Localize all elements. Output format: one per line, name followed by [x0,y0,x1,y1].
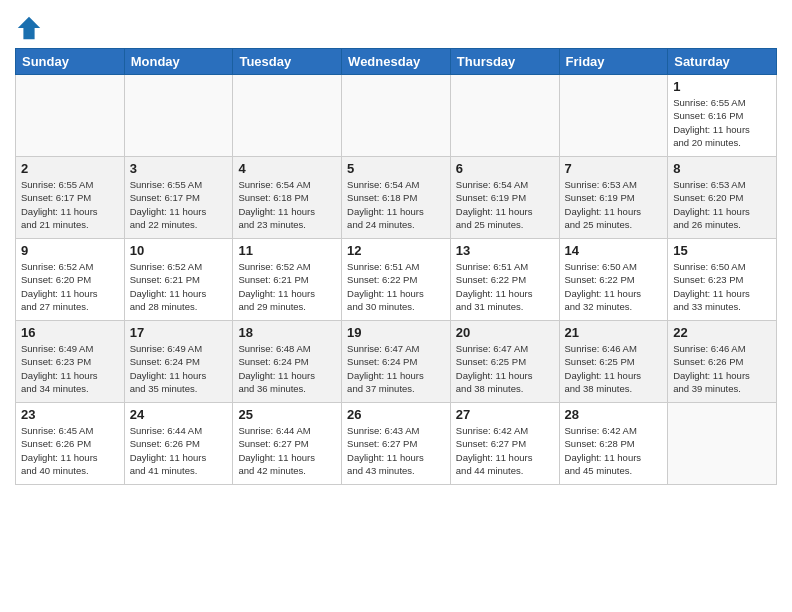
day-header-friday: Friday [559,49,668,75]
calendar-cell: 5Sunrise: 6:54 AM Sunset: 6:18 PM Daylig… [342,157,451,239]
day-info: Sunrise: 6:52 AM Sunset: 6:21 PM Dayligh… [238,260,336,313]
day-number: 18 [238,325,336,340]
day-number: 26 [347,407,445,422]
day-number: 17 [130,325,228,340]
svg-marker-0 [18,17,40,39]
calendar-cell: 19Sunrise: 6:47 AM Sunset: 6:24 PM Dayli… [342,321,451,403]
day-info: Sunrise: 6:46 AM Sunset: 6:25 PM Dayligh… [565,342,663,395]
day-number: 4 [238,161,336,176]
day-info: Sunrise: 6:53 AM Sunset: 6:20 PM Dayligh… [673,178,771,231]
calendar-cell: 28Sunrise: 6:42 AM Sunset: 6:28 PM Dayli… [559,403,668,485]
page: SundayMondayTuesdayWednesdayThursdayFrid… [0,0,792,495]
day-info: Sunrise: 6:55 AM Sunset: 6:17 PM Dayligh… [21,178,119,231]
day-info: Sunrise: 6:51 AM Sunset: 6:22 PM Dayligh… [456,260,554,313]
day-info: Sunrise: 6:52 AM Sunset: 6:20 PM Dayligh… [21,260,119,313]
day-info: Sunrise: 6:45 AM Sunset: 6:26 PM Dayligh… [21,424,119,477]
calendar-header: SundayMondayTuesdayWednesdayThursdayFrid… [16,49,777,75]
day-header-tuesday: Tuesday [233,49,342,75]
calendar-cell [124,75,233,157]
calendar-cell: 9Sunrise: 6:52 AM Sunset: 6:20 PM Daylig… [16,239,125,321]
calendar-cell: 24Sunrise: 6:44 AM Sunset: 6:26 PM Dayli… [124,403,233,485]
calendar-cell: 3Sunrise: 6:55 AM Sunset: 6:17 PM Daylig… [124,157,233,239]
day-info: Sunrise: 6:42 AM Sunset: 6:27 PM Dayligh… [456,424,554,477]
logo-icon [15,14,43,42]
day-info: Sunrise: 6:54 AM Sunset: 6:18 PM Dayligh… [238,178,336,231]
calendar-cell: 18Sunrise: 6:48 AM Sunset: 6:24 PM Dayli… [233,321,342,403]
day-number: 21 [565,325,663,340]
calendar-cell: 6Sunrise: 6:54 AM Sunset: 6:19 PM Daylig… [450,157,559,239]
logo [15,14,47,42]
day-number: 15 [673,243,771,258]
calendar-cell: 2Sunrise: 6:55 AM Sunset: 6:17 PM Daylig… [16,157,125,239]
day-info: Sunrise: 6:54 AM Sunset: 6:18 PM Dayligh… [347,178,445,231]
day-number: 5 [347,161,445,176]
day-number: 9 [21,243,119,258]
calendar-cell: 12Sunrise: 6:51 AM Sunset: 6:22 PM Dayli… [342,239,451,321]
calendar-cell [342,75,451,157]
calendar-cell: 8Sunrise: 6:53 AM Sunset: 6:20 PM Daylig… [668,157,777,239]
calendar-cell [450,75,559,157]
day-info: Sunrise: 6:55 AM Sunset: 6:16 PM Dayligh… [673,96,771,149]
week-row-4: 23Sunrise: 6:45 AM Sunset: 6:26 PM Dayli… [16,403,777,485]
calendar-body: 1Sunrise: 6:55 AM Sunset: 6:16 PM Daylig… [16,75,777,485]
day-number: 25 [238,407,336,422]
day-info: Sunrise: 6:47 AM Sunset: 6:24 PM Dayligh… [347,342,445,395]
day-info: Sunrise: 6:44 AM Sunset: 6:27 PM Dayligh… [238,424,336,477]
calendar-cell: 10Sunrise: 6:52 AM Sunset: 6:21 PM Dayli… [124,239,233,321]
day-number: 23 [21,407,119,422]
week-row-1: 2Sunrise: 6:55 AM Sunset: 6:17 PM Daylig… [16,157,777,239]
day-number: 19 [347,325,445,340]
day-info: Sunrise: 6:50 AM Sunset: 6:23 PM Dayligh… [673,260,771,313]
week-row-0: 1Sunrise: 6:55 AM Sunset: 6:16 PM Daylig… [16,75,777,157]
calendar-cell: 20Sunrise: 6:47 AM Sunset: 6:25 PM Dayli… [450,321,559,403]
day-info: Sunrise: 6:43 AM Sunset: 6:27 PM Dayligh… [347,424,445,477]
day-info: Sunrise: 6:52 AM Sunset: 6:21 PM Dayligh… [130,260,228,313]
day-info: Sunrise: 6:50 AM Sunset: 6:22 PM Dayligh… [565,260,663,313]
header-area [15,10,777,42]
day-number: 22 [673,325,771,340]
day-number: 2 [21,161,119,176]
day-info: Sunrise: 6:55 AM Sunset: 6:17 PM Dayligh… [130,178,228,231]
week-row-3: 16Sunrise: 6:49 AM Sunset: 6:23 PM Dayli… [16,321,777,403]
calendar-cell: 21Sunrise: 6:46 AM Sunset: 6:25 PM Dayli… [559,321,668,403]
day-info: Sunrise: 6:53 AM Sunset: 6:19 PM Dayligh… [565,178,663,231]
calendar-cell: 4Sunrise: 6:54 AM Sunset: 6:18 PM Daylig… [233,157,342,239]
day-number: 1 [673,79,771,94]
day-number: 14 [565,243,663,258]
day-header-sunday: Sunday [16,49,125,75]
day-number: 12 [347,243,445,258]
day-info: Sunrise: 6:46 AM Sunset: 6:26 PM Dayligh… [673,342,771,395]
calendar-cell: 13Sunrise: 6:51 AM Sunset: 6:22 PM Dayli… [450,239,559,321]
calendar-cell: 16Sunrise: 6:49 AM Sunset: 6:23 PM Dayli… [16,321,125,403]
calendar-cell: 22Sunrise: 6:46 AM Sunset: 6:26 PM Dayli… [668,321,777,403]
calendar-table: SundayMondayTuesdayWednesdayThursdayFrid… [15,48,777,485]
day-info: Sunrise: 6:54 AM Sunset: 6:19 PM Dayligh… [456,178,554,231]
calendar-cell [233,75,342,157]
day-header-row: SundayMondayTuesdayWednesdayThursdayFrid… [16,49,777,75]
day-number: 24 [130,407,228,422]
day-info: Sunrise: 6:49 AM Sunset: 6:24 PM Dayligh… [130,342,228,395]
day-number: 3 [130,161,228,176]
day-header-thursday: Thursday [450,49,559,75]
calendar-cell: 14Sunrise: 6:50 AM Sunset: 6:22 PM Dayli… [559,239,668,321]
calendar-cell: 17Sunrise: 6:49 AM Sunset: 6:24 PM Dayli… [124,321,233,403]
day-info: Sunrise: 6:44 AM Sunset: 6:26 PM Dayligh… [130,424,228,477]
calendar-cell [559,75,668,157]
calendar-cell: 1Sunrise: 6:55 AM Sunset: 6:16 PM Daylig… [668,75,777,157]
calendar-cell: 23Sunrise: 6:45 AM Sunset: 6:26 PM Dayli… [16,403,125,485]
calendar-cell: 15Sunrise: 6:50 AM Sunset: 6:23 PM Dayli… [668,239,777,321]
day-header-wednesday: Wednesday [342,49,451,75]
day-info: Sunrise: 6:48 AM Sunset: 6:24 PM Dayligh… [238,342,336,395]
calendar-cell [16,75,125,157]
day-number: 13 [456,243,554,258]
day-number: 11 [238,243,336,258]
day-number: 10 [130,243,228,258]
day-number: 16 [21,325,119,340]
day-info: Sunrise: 6:49 AM Sunset: 6:23 PM Dayligh… [21,342,119,395]
day-info: Sunrise: 6:47 AM Sunset: 6:25 PM Dayligh… [456,342,554,395]
calendar-cell: 27Sunrise: 6:42 AM Sunset: 6:27 PM Dayli… [450,403,559,485]
day-number: 7 [565,161,663,176]
day-number: 6 [456,161,554,176]
calendar-cell: 25Sunrise: 6:44 AM Sunset: 6:27 PM Dayli… [233,403,342,485]
calendar-cell: 26Sunrise: 6:43 AM Sunset: 6:27 PM Dayli… [342,403,451,485]
